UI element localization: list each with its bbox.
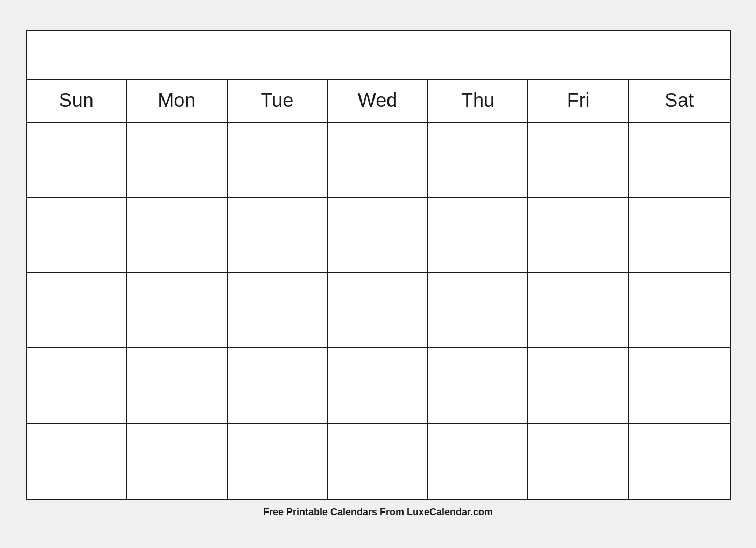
table-row bbox=[528, 123, 629, 198]
header-tue: Tue bbox=[228, 80, 328, 122]
table-row bbox=[328, 348, 428, 424]
table-row bbox=[428, 198, 529, 273]
table-row bbox=[428, 348, 529, 424]
header-thu: Thu bbox=[428, 80, 529, 122]
table-row bbox=[127, 273, 228, 348]
footer-text: Free Printable Calendars From LuxeCalend… bbox=[263, 507, 493, 518]
table-row bbox=[328, 123, 428, 198]
page-wrapper: Sun Mon Tue Wed Thu Fri Sat bbox=[0, 0, 756, 548]
table-row bbox=[27, 198, 128, 273]
table-row bbox=[127, 198, 228, 273]
table-row bbox=[127, 348, 228, 424]
calendar-row-4 bbox=[27, 348, 730, 424]
table-row bbox=[228, 123, 328, 198]
header-sun: Sun bbox=[27, 80, 128, 122]
calendar-row-3 bbox=[27, 273, 730, 348]
table-row bbox=[629, 273, 730, 348]
header-wed: Wed bbox=[328, 80, 428, 122]
table-row bbox=[27, 348, 128, 424]
calendar-container: Sun Mon Tue Wed Thu Fri Sat bbox=[26, 30, 731, 500]
table-row bbox=[228, 424, 328, 499]
header-fri: Fri bbox=[528, 80, 629, 122]
calendar-row-1 bbox=[27, 123, 730, 198]
calendar-row-2 bbox=[27, 198, 730, 273]
table-row bbox=[528, 273, 629, 348]
table-row bbox=[27, 273, 128, 348]
table-row bbox=[228, 198, 328, 273]
calendar-title-row bbox=[27, 31, 730, 80]
table-row bbox=[428, 123, 529, 198]
table-row bbox=[127, 123, 228, 198]
table-row bbox=[428, 273, 529, 348]
table-row bbox=[629, 198, 730, 273]
table-row bbox=[629, 123, 730, 198]
table-row bbox=[528, 424, 629, 499]
table-row bbox=[629, 424, 730, 499]
table-row bbox=[228, 348, 328, 424]
calendar-header: Sun Mon Tue Wed Thu Fri Sat bbox=[27, 80, 730, 123]
table-row bbox=[328, 198, 428, 273]
table-row bbox=[27, 123, 128, 198]
table-row bbox=[528, 348, 629, 424]
header-sat: Sat bbox=[629, 80, 730, 122]
table-row bbox=[127, 424, 228, 499]
table-row bbox=[428, 424, 529, 499]
table-row bbox=[328, 273, 428, 348]
table-row bbox=[328, 424, 428, 499]
table-row bbox=[629, 348, 730, 424]
table-row bbox=[528, 198, 629, 273]
table-row bbox=[27, 424, 128, 499]
calendar-row-5 bbox=[27, 424, 730, 499]
header-mon: Mon bbox=[127, 80, 228, 122]
calendar-body bbox=[27, 123, 730, 499]
table-row bbox=[228, 273, 328, 348]
